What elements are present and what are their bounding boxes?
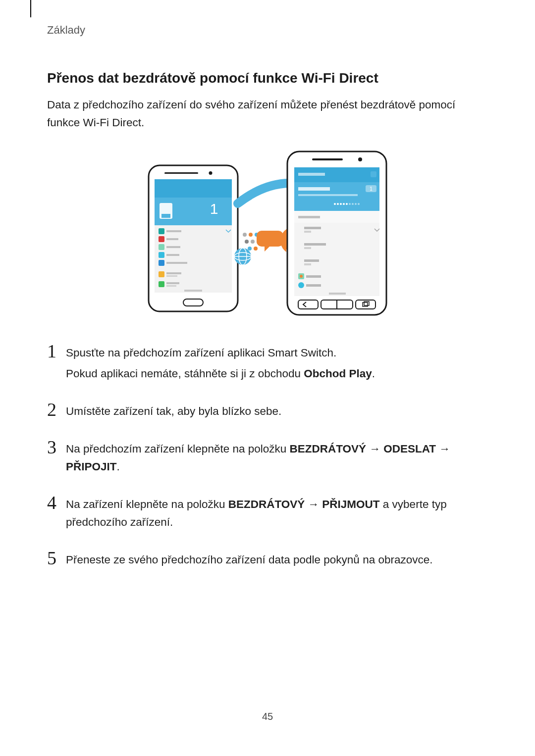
- svg-point-58: [340, 203, 342, 205]
- svg-rect-7: [155, 225, 232, 293]
- corner-mark: [30, 0, 31, 17]
- page-number: 45: [0, 711, 535, 722]
- svg-point-27: [249, 233, 253, 237]
- step-3: 3 Na předchozím zařízení klepněte na pol…: [47, 438, 488, 479]
- svg-rect-66: [298, 216, 320, 218]
- left-phone-icon: 1: [149, 165, 238, 311]
- svg-rect-16: [159, 260, 164, 266]
- svg-point-60: [346, 203, 348, 205]
- progress-dots: [334, 203, 360, 205]
- svg-rect-79: [329, 293, 346, 295]
- svg-rect-17: [166, 262, 187, 264]
- svg-rect-55: [298, 194, 358, 196]
- svg-point-33: [254, 247, 258, 251]
- svg-point-2: [209, 171, 213, 175]
- page-title: Přenos dat bezdrátově pomocí funkce Wi-F…: [47, 70, 488, 86]
- svg-rect-23: [166, 285, 176, 287]
- svg-point-64: [358, 203, 360, 205]
- step-number: 1: [47, 342, 66, 360]
- svg-rect-71: [304, 247, 311, 249]
- svg-rect-10: [159, 236, 164, 242]
- svg-rect-21: [159, 281, 164, 287]
- svg-point-32: [248, 247, 252, 251]
- step-number: 4: [47, 494, 66, 511]
- svg-rect-76: [306, 275, 321, 278]
- step-text: Na předchozím zařízení klepněte na polož…: [66, 440, 488, 476]
- svg-text:1: 1: [370, 186, 373, 192]
- svg-rect-13: [166, 246, 180, 248]
- svg-rect-77: [298, 282, 304, 288]
- svg-rect-19: [166, 272, 181, 274]
- svg-point-75: [300, 275, 303, 278]
- svg-rect-8: [159, 228, 164, 234]
- svg-rect-14: [159, 252, 164, 258]
- step-text: Pokud aplikaci nemáte, stáhněte si ji z …: [66, 365, 488, 383]
- svg-rect-70: [304, 243, 326, 246]
- step-4: 4 Na zařízení klepněte na položku BEZDRÁ…: [47, 494, 488, 534]
- step-text: Přeneste ze svého předchozího zařízení d…: [66, 551, 488, 569]
- svg-rect-73: [304, 263, 311, 265]
- svg-point-30: [251, 240, 255, 244]
- intro-paragraph: Data z předchozího zařízení do svého zař…: [47, 96, 488, 132]
- svg-rect-15: [166, 254, 179, 256]
- svg-point-26: [243, 233, 247, 237]
- svg-rect-18: [159, 271, 164, 277]
- svg-point-56: [334, 203, 336, 205]
- svg-rect-22: [166, 282, 179, 284]
- left-phone-progress-label: 1: [210, 201, 218, 217]
- svg-rect-72: [304, 259, 319, 262]
- step-2: 2 Umístěte zařízení tak, aby byla blízko…: [47, 401, 488, 423]
- svg-rect-12: [159, 244, 164, 250]
- svg-point-63: [355, 203, 357, 205]
- step-text: Spusťte na předchozím zařízení aplikaci …: [66, 344, 488, 362]
- svg-rect-69: [304, 231, 311, 233]
- svg-rect-51: [371, 171, 376, 177]
- step-5: 5 Přeneste ze svého předchozího zařízení…: [47, 549, 488, 572]
- svg-point-48: [358, 157, 362, 161]
- svg-rect-68: [304, 227, 321, 229]
- svg-point-62: [352, 203, 354, 205]
- step-text: Na zařízení klepněte na položku BEZDRÁTO…: [66, 496, 488, 531]
- right-phone-icon: 1: [287, 151, 386, 315]
- svg-rect-78: [306, 284, 321, 287]
- step-1: 1 Spusťte na předchozím zařízení aplikac…: [47, 342, 488, 386]
- svg-point-29: [245, 240, 249, 244]
- svg-rect-11: [166, 238, 178, 240]
- svg-rect-20: [166, 275, 177, 277]
- svg-rect-47: [312, 158, 343, 160]
- svg-rect-6: [161, 214, 170, 218]
- center-speech-bubble-icon: [257, 231, 283, 252]
- svg-rect-25: [183, 299, 203, 306]
- svg-rect-50: [298, 173, 325, 176]
- right-phone-transferring-label: [298, 187, 330, 191]
- svg-point-61: [349, 203, 351, 205]
- svg-rect-3: [155, 179, 232, 198]
- svg-rect-24: [184, 290, 202, 292]
- svg-point-57: [337, 203, 339, 205]
- svg-rect-1: [164, 172, 198, 174]
- step-number: 5: [47, 549, 66, 567]
- step-number: 2: [47, 401, 66, 418]
- transfer-illustration: 1: [47, 147, 488, 317]
- step-text: Umístěte zařízení tak, aby byla blízko s…: [66, 403, 488, 420]
- section-breadcrumb: Základy: [47, 24, 85, 37]
- step-number: 3: [47, 438, 66, 456]
- steps-list: 1 Spusťte na předchozím zařízení aplikac…: [47, 342, 488, 572]
- svg-rect-9: [166, 230, 181, 232]
- svg-point-59: [343, 203, 345, 205]
